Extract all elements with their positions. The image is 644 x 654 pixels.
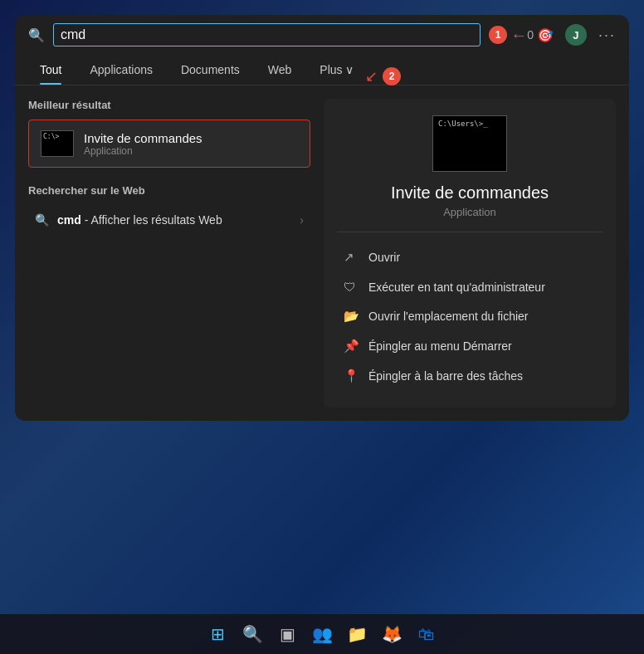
annotation-badge-2: 2: [383, 67, 401, 85]
taskbar-windows-icon[interactable]: ⊞: [202, 619, 232, 649]
taskbar-store-icon[interactable]: 🛍: [412, 619, 442, 649]
search-icon: 🔍: [28, 27, 45, 43]
divider: [337, 232, 603, 232]
taskbar-firefox-icon[interactable]: 🦊: [377, 619, 407, 649]
annotation-arrow-2: ↙: [365, 67, 378, 85]
best-result-text: Invite de commandes Application: [84, 131, 202, 157]
taskbar-search-icon[interactable]: 🔍: [237, 619, 267, 649]
cmd-app-icon: [41, 130, 74, 157]
right-panel-app-type: Application: [443, 206, 496, 218]
right-panel-app-name: Invite de commandes: [391, 183, 549, 203]
taskbar-teams-icon[interactable]: 👥: [307, 619, 337, 649]
best-result-item[interactable]: Invite de commandes Application: [28, 120, 310, 168]
pin-taskbar-icon: 📍: [344, 368, 359, 383]
search-input[interactable]: cmd: [53, 23, 481, 46]
web-search-keyword: cmd: [57, 213, 81, 227]
action-pin-taskbar[interactable]: 📍 Épingler à la barre des tâches: [337, 361, 603, 391]
more-options-icon[interactable]: ···: [598, 27, 616, 44]
open-icon: ↗: [344, 250, 359, 265]
folder-icon: 📂: [344, 309, 359, 324]
user-avatar[interactable]: J: [565, 24, 587, 46]
best-result-title: Meilleur résultat: [28, 99, 310, 111]
web-search-suffix-text: - Afficher les résultats Web: [85, 213, 222, 227]
annotation-arrow-1: ←: [510, 26, 527, 45]
tab-web[interactable]: Web: [256, 55, 304, 85]
action-list: ↗ Ouvrir 🛡 Exécuter en tant qu'administr…: [337, 242, 603, 391]
action-open-location[interactable]: 📂 Ouvrir l'emplacement du fichier: [337, 301, 603, 331]
notification-count: 0 🎯: [527, 27, 554, 43]
annotation-2-wrap: ↙ 2: [365, 67, 401, 85]
taskbar-explorer-icon[interactable]: 📁: [342, 619, 372, 649]
tab-plus[interactable]: Plus ∨: [308, 55, 365, 85]
search-overlay: 🔍 cmd 1 ← 0 🎯 J ··· Tout Applications Do…: [15, 15, 629, 421]
taskbar-taskview-icon[interactable]: ▣: [272, 619, 302, 649]
main-content: Meilleur résultat Invite de commandes Ap…: [15, 85, 629, 421]
left-panel: Meilleur résultat Invite de commandes Ap…: [28, 99, 310, 408]
web-search-icon: 🔍: [35, 213, 49, 227]
action-run-admin-label: Exécuter en tant qu'administrateur: [368, 281, 545, 294]
action-open[interactable]: ↗ Ouvrir: [337, 242, 603, 272]
chevron-right-icon: ›: [300, 213, 304, 227]
tab-tout[interactable]: Tout: [28, 55, 73, 85]
right-panel: ↙ 2 Invite de commandes Application ↗ Ou…: [324, 99, 616, 408]
web-search-title: Rechercher sur le Web: [28, 184, 310, 197]
search-bar: 🔍 cmd 1 ← 0 🎯 J ···: [15, 15, 629, 55]
web-search-item[interactable]: 🔍 cmd - Afficher les résultats Web ›: [28, 205, 310, 235]
action-pin-start-label: Épingler au menu Démarrer: [368, 339, 512, 353]
action-run-admin[interactable]: 🛡 Exécuter en tant qu'administrateur: [337, 272, 603, 301]
search-top-right: 0 🎯 J ···: [527, 24, 616, 46]
tabs-row: Tout Applications Documents Web Plus ∨: [15, 55, 629, 85]
best-result-app-type: Application: [84, 145, 202, 157]
action-open-location-label: Ouvrir l'emplacement du fichier: [368, 310, 529, 323]
tab-applications[interactable]: Applications: [78, 55, 164, 85]
annotation-badge-1: 1: [489, 26, 507, 44]
best-result-app-name: Invite de commandes: [84, 131, 202, 145]
cmd-app-preview: [432, 115, 507, 172]
action-open-label: Ouvrir: [368, 251, 400, 264]
action-pin-start[interactable]: 📌 Épingler au menu Démarrer: [337, 331, 603, 361]
taskbar: ⊞ 🔍 ▣ 👥 📁 🦊 🛍: [0, 614, 644, 654]
pin-start-icon: 📌: [344, 339, 359, 354]
action-pin-taskbar-label: Épingler à la barre des tâches: [368, 369, 523, 383]
shield-icon: 🛡: [344, 280, 359, 294]
tab-documents[interactable]: Documents: [169, 55, 251, 85]
web-search-text: cmd - Afficher les résultats Web: [57, 213, 222, 227]
